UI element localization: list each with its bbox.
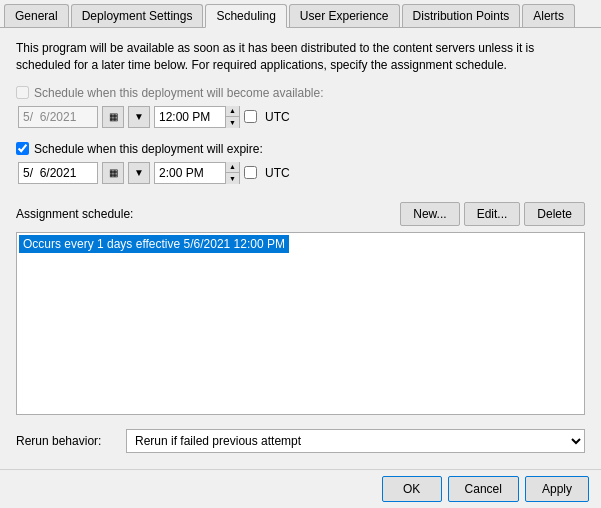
list-item[interactable]: Occurs every 1 days effective 5/6/2021 1… (19, 235, 289, 253)
tab-bar: General Deployment Settings Scheduling U… (0, 0, 601, 28)
assignment-row: Assignment schedule: New... Edit... Dele… (16, 202, 585, 226)
rerun-row: Rerun behavior: Never rerun deployed pro… (16, 429, 585, 453)
assignment-btn-group: New... Edit... Delete (400, 202, 585, 226)
expire-utc-label: UTC (265, 166, 290, 180)
chevron-down-icon-2: ▼ (134, 167, 144, 178)
expire-date-input[interactable] (18, 162, 98, 184)
expire-time-down-btn[interactable]: ▼ (226, 173, 239, 184)
expire-calendar-btn[interactable]: ▦ (102, 162, 124, 184)
bottom-bar: OK Cancel Apply (0, 469, 601, 508)
new-button[interactable]: New... (400, 202, 459, 226)
available-schedule-checkbox[interactable] (16, 86, 29, 99)
rerun-label: Rerun behavior: (16, 434, 126, 448)
available-time-down-btn[interactable]: ▼ (226, 117, 239, 128)
expire-time-spin: ▲ ▼ (225, 162, 239, 184)
dialog: General Deployment Settings Scheduling U… (0, 0, 601, 508)
available-utc-label: UTC (265, 110, 290, 124)
expire-utc-checkbox[interactable] (244, 166, 257, 179)
ok-button[interactable]: OK (382, 476, 442, 502)
available-time-up-btn[interactable]: ▲ (226, 106, 239, 118)
expire-time-input[interactable] (155, 163, 225, 183)
tab-scheduling[interactable]: Scheduling (205, 4, 286, 28)
chevron-down-icon: ▼ (134, 111, 144, 122)
edit-button[interactable]: Edit... (464, 202, 521, 226)
expire-schedule-label[interactable]: Schedule when this deployment will expir… (16, 142, 263, 156)
available-time-input[interactable] (155, 107, 225, 127)
expire-time-up-btn[interactable]: ▲ (226, 162, 239, 174)
available-time-spin: ▲ ▼ (225, 106, 239, 128)
cancel-button[interactable]: Cancel (448, 476, 519, 502)
assignment-list[interactable]: Occurs every 1 days effective 5/6/2021 1… (16, 232, 585, 415)
expire-time-input-container: ▲ ▼ (154, 162, 240, 184)
calendar-icon-2: ▦ (109, 167, 118, 178)
expire-date-dropdown-btn[interactable]: ▼ (128, 162, 150, 184)
available-date-row: ▦ ▼ ▲ ▼ UTC (18, 106, 585, 128)
expire-date-row: ▦ ▼ ▲ ▼ UTC (18, 162, 585, 184)
info-text: This program will be available as soon a… (16, 40, 585, 74)
tab-general[interactable]: General (4, 4, 69, 27)
available-date-input[interactable] (18, 106, 98, 128)
available-utc-checkbox[interactable] (244, 110, 257, 123)
available-schedule-label[interactable]: Schedule when this deployment will becom… (16, 86, 324, 100)
tab-deployment-settings[interactable]: Deployment Settings (71, 4, 204, 27)
tab-user-experience[interactable]: User Experience (289, 4, 400, 27)
tab-distribution-points[interactable]: Distribution Points (402, 4, 521, 27)
tab-alerts[interactable]: Alerts (522, 4, 575, 27)
available-schedule-section: Schedule when this deployment will becom… (16, 86, 585, 134)
delete-button[interactable]: Delete (524, 202, 585, 226)
rerun-select[interactable]: Never rerun deployed programAlways rerun… (126, 429, 585, 453)
tab-content: This program will be available as soon a… (0, 28, 601, 469)
expire-schedule-section: Schedule when this deployment will expir… (16, 142, 585, 190)
apply-button[interactable]: Apply (525, 476, 589, 502)
assignment-label: Assignment schedule: (16, 207, 400, 221)
available-date-dropdown-btn[interactable]: ▼ (128, 106, 150, 128)
available-calendar-btn[interactable]: ▦ (102, 106, 124, 128)
calendar-icon: ▦ (109, 111, 118, 122)
available-time-input-container: ▲ ▼ (154, 106, 240, 128)
expire-schedule-checkbox[interactable] (16, 142, 29, 155)
